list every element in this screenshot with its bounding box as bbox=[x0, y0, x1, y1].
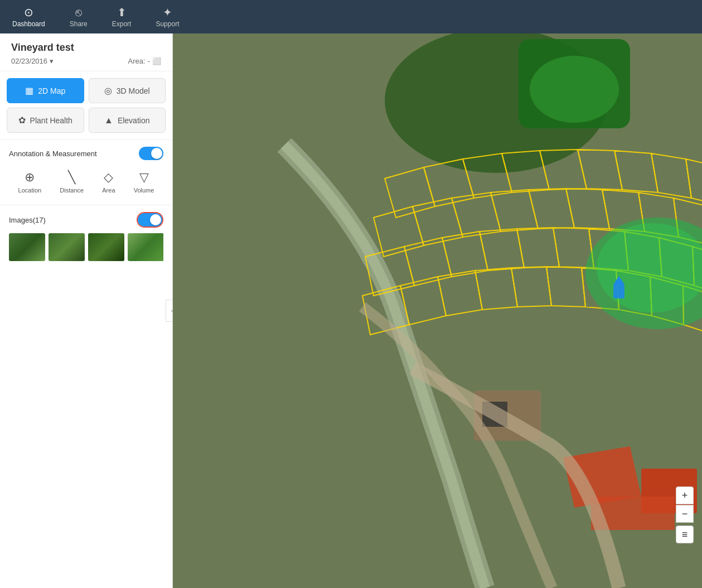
3d-model-icon: ◎ bbox=[104, 85, 112, 96]
thumbnail-2[interactable] bbox=[49, 233, 85, 261]
export-label: Export bbox=[112, 20, 132, 28]
share-icon: ⎋ bbox=[75, 6, 82, 19]
project-date: 02/23/2016 bbox=[11, 57, 47, 65]
area-icon: ◇ bbox=[104, 170, 113, 185]
thumbnail-4[interactable] bbox=[128, 233, 163, 261]
annotation-section: Annotation & Measurement ⊕ Location ╲ Di… bbox=[0, 139, 172, 205]
btn-3d-model[interactable]: ◎ 3D Model bbox=[89, 78, 166, 103]
btn-2d-map[interactable]: ▦ 2D Map bbox=[7, 78, 84, 103]
project-title: Vineyard test bbox=[11, 42, 161, 54]
thumbnail-1[interactable] bbox=[9, 233, 45, 261]
area-info: Area: - ⬜ bbox=[128, 57, 161, 65]
date-selector[interactable]: 02/23/2016 ▾ bbox=[11, 57, 54, 65]
view-modes: ▦ 2D Map ◎ 3D Model ✿ Plant Health ▲ Ele… bbox=[0, 71, 172, 139]
map-area[interactable]: + − ≡ bbox=[173, 33, 702, 588]
plant-health-icon: ✿ bbox=[18, 115, 26, 126]
volume-label: Volume bbox=[134, 187, 154, 194]
annotation-header: Annotation & Measurement bbox=[9, 147, 163, 160]
area-label: Area: bbox=[128, 57, 146, 65]
3d-model-label: 3D Model bbox=[117, 86, 150, 95]
elevation-icon: ▲ bbox=[104, 115, 113, 126]
layers-button[interactable]: ≡ bbox=[676, 526, 694, 543]
images-header: Images(17) bbox=[9, 212, 163, 228]
nav-export[interactable]: ⬆ Export bbox=[105, 2, 138, 31]
project-meta: 02/23/2016 ▾ Area: - ⬜ bbox=[11, 57, 161, 65]
location-label: Location bbox=[18, 187, 42, 194]
nav-share[interactable]: ⎋ Share bbox=[63, 3, 94, 31]
sidebar: Vineyard test 02/23/2016 ▾ Area: - ⬜ ▦ 2… bbox=[0, 33, 173, 588]
area-label: Area bbox=[102, 187, 115, 194]
map-background: + − ≡ bbox=[173, 33, 702, 588]
top-navigation: ⊙ Dashboard ⎋ Share ⬆ Export ✦ Support bbox=[0, 0, 702, 33]
images-section: Images(17) bbox=[0, 205, 172, 268]
volume-icon: ▽ bbox=[139, 170, 149, 185]
dashboard-icon: ⊙ bbox=[24, 6, 33, 19]
dashboard-label: Dashboard bbox=[12, 20, 45, 28]
area-value: - bbox=[148, 57, 150, 65]
share-label: Share bbox=[70, 20, 88, 28]
plant-health-label: Plant Health bbox=[30, 116, 72, 125]
annotation-tools: ⊕ Location ╲ Distance ◇ Area ▽ Volume bbox=[9, 166, 163, 198]
main-layout: Vineyard test 02/23/2016 ▾ Area: - ⬜ ▦ 2… bbox=[0, 33, 702, 588]
crop-icon: ⬜ bbox=[152, 57, 161, 65]
image-thumbnails bbox=[9, 233, 163, 261]
distance-label: Distance bbox=[60, 187, 84, 194]
nav-dashboard[interactable]: ⊙ Dashboard bbox=[6, 2, 52, 31]
tool-volume[interactable]: ▽ Volume bbox=[134, 170, 154, 194]
zoom-out-button[interactable]: − bbox=[676, 505, 694, 523]
annotation-toggle[interactable] bbox=[139, 147, 163, 160]
map-controls: + − ≡ bbox=[676, 486, 694, 543]
tool-location[interactable]: ⊕ Location bbox=[18, 170, 42, 194]
location-icon: ⊕ bbox=[25, 170, 35, 185]
images-title: Images(17) bbox=[9, 216, 46, 224]
map-overlay bbox=[173, 33, 702, 588]
collapse-sidebar-button[interactable]: ‹ bbox=[166, 300, 173, 322]
project-header: Vineyard test 02/23/2016 ▾ Area: - ⬜ bbox=[0, 33, 172, 71]
2d-map-icon: ▦ bbox=[25, 85, 33, 96]
btn-elevation[interactable]: ▲ Elevation bbox=[89, 108, 166, 133]
export-icon: ⬆ bbox=[117, 6, 127, 19]
btn-plant-health[interactable]: ✿ Plant Health bbox=[7, 108, 84, 133]
support-icon: ✦ bbox=[163, 6, 172, 19]
zoom-in-button[interactable]: + bbox=[676, 486, 694, 504]
annotation-title: Annotation & Measurement bbox=[9, 150, 97, 158]
images-toggle-wrapper bbox=[137, 212, 163, 228]
tool-distance[interactable]: ╲ Distance bbox=[60, 170, 84, 194]
elevation-label: Elevation bbox=[118, 116, 150, 125]
distance-icon: ╲ bbox=[68, 170, 75, 185]
chevron-down-icon: ▾ bbox=[50, 57, 54, 65]
thumbnail-3[interactable] bbox=[88, 233, 124, 261]
images-toggle[interactable] bbox=[138, 213, 162, 226]
support-label: Support bbox=[156, 20, 179, 28]
svg-rect-51 bbox=[613, 285, 624, 298]
tool-area[interactable]: ◇ Area bbox=[102, 170, 115, 194]
2d-map-label: 2D Map bbox=[38, 86, 65, 95]
svg-point-3 bbox=[530, 56, 619, 123]
nav-support[interactable]: ✦ Support bbox=[149, 2, 186, 31]
